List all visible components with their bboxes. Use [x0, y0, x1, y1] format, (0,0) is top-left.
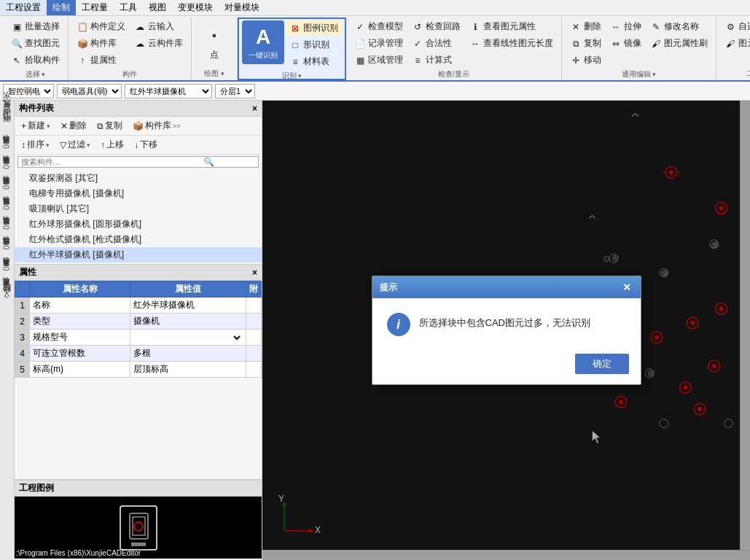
panel-btn-comp-lib[interactable]: 📦 构件库 >> [129, 118, 184, 133]
ribbon-btn-extract-prop[interactable]: ↑ 提属性 [73, 52, 129, 68]
props-cell-value-3[interactable] [130, 330, 246, 346]
ribbon-col-edit3: ✎ 修改名称 🖌 图元属性刷 [647, 19, 711, 51]
panel-btn-move-down[interactable]: ↓ 下移 [130, 137, 161, 152]
modal-close-btn[interactable]: ✕ [620, 281, 633, 294]
ribbon-btn-prop-brush2[interactable]: 🖌 图元属性刷 [721, 36, 750, 51]
panel-btn-sort[interactable]: ↕ 排序 ▾ [17, 137, 53, 152]
sidebar-item-wire-conduit-x[interactable]: 电线导管(弱)(X) [0, 194, 14, 213]
props-cell-value-1[interactable]: 红外半球摄像机 [130, 298, 246, 314]
props-close-btn[interactable]: × [252, 268, 257, 278]
ribbon-btn-view-length[interactable]: ↔ 查看线性图元长度 [466, 36, 557, 51]
ribbon-btn-comp-def[interactable]: 📋 构件定义 [73, 19, 129, 34]
ribbon-btn-cloud-lib[interactable]: ☁ 云构件库 [130, 36, 187, 51]
comp-search-input[interactable] [18, 157, 200, 167]
sidebar-item-water[interactable]: 水 [0, 104, 14, 109]
new-icon: + [21, 121, 26, 131]
props-cell-name-5: 标高(m) [30, 362, 130, 378]
sidebar-item-composite[interactable]: 综合管线(弱)(Z) [0, 234, 14, 253]
record-mgmt-icon: 📄 [354, 38, 366, 50]
copy-icon2: ⧉ [97, 121, 103, 131]
toolbar-select-component[interactable]: 红外半球摄像机 [125, 84, 212, 98]
ribbon-btn-batch-select[interactable]: ▣ 批量选择 [7, 19, 63, 34]
sidebar-item-bridge[interactable]: 桥架通头(弱)(R) [0, 254, 14, 274]
toolbar-select-layer[interactable]: 分层1 [215, 84, 255, 98]
sidebar-item-gas[interactable]: 天然气 [0, 111, 14, 117]
comp-item-1[interactable]: 电梯专用摄像机 [摄像机] [15, 186, 262, 201]
canvas-area[interactable]: ⊕ ⊕ ⊕ [262, 101, 750, 560]
panel-btn-copy[interactable]: ⧉ 复制 [93, 118, 126, 133]
menu-item-engineering[interactable]: 工程量 [76, 0, 114, 15]
menu-item-view[interactable]: 视图 [143, 0, 172, 15]
ribbon-btn-rename[interactable]: ✎ 修改名称 [647, 19, 711, 34]
ribbon-btn-prop-brush[interactable]: 🖌 图元属性刷 [647, 36, 711, 51]
panel-btn-filter[interactable]: ▽ 过滤 ▾ [56, 137, 94, 152]
rename-icon: ✎ [650, 21, 662, 33]
menu-item-draw[interactable]: 绘制 [47, 0, 76, 15]
ribbon-btn-adaptive[interactable]: ⚙ 自适应属性 [721, 19, 750, 34]
comp-item-2[interactable]: 吸顶喇叭 [其它] [15, 201, 262, 217]
panel-btn-new[interactable]: + 新建 ▾ [17, 118, 54, 133]
menu-item-settings[interactable]: 工程设置 [0, 0, 47, 15]
comp-item-3[interactable]: 红外球形摄像机 [圆形摄像机] [15, 217, 262, 232]
comp-lib-arrow: >> [173, 122, 181, 130]
props-cell-name-4: 可连立管根数 [30, 346, 130, 362]
sidebar-item-structure[interactable]: 结构 [0, 295, 14, 301]
sidebar-item-weak-device[interactable]: 弱电器具(弱)(Y) [0, 133, 14, 152]
toolbar-select-system[interactable]: 智控弱电 [3, 84, 54, 98]
ribbon-btn-mirror[interactable]: ⇔ 镜像 [606, 36, 645, 51]
ribbon-btn-copy[interactable]: ⧉ 复制 [566, 36, 605, 51]
props-cell-value-4[interactable]: 多根 [130, 346, 246, 362]
props-cell-value-5[interactable]: 层顶标高 [130, 362, 246, 378]
comp-item-0[interactable]: 双鉴探测器 [其它] [15, 171, 262, 186]
ribbon-btn-area-mgmt[interactable]: ▦ 区域管理 [351, 52, 407, 68]
comp-lib-icon2: 📦 [133, 121, 144, 131]
sidebar-item-wire-conduit-l[interactable]: 电线导管(弱)(L) [0, 214, 14, 233]
ribbon-btn-point[interactable]: · 点 [196, 19, 233, 65]
sidebar-item-weak-cabinet[interactable]: 弱电箱柜(弱)(P) [0, 174, 14, 192]
sidebar-item-misc[interactable]: 零星构件(弱)(K) [0, 275, 14, 294]
ribbon-btn-check-model[interactable]: ✓ 检查模型 [351, 19, 407, 34]
panel-btn-move-up[interactable]: ↑ 上移 [97, 137, 128, 152]
menu-item-tools[interactable]: 工具 [114, 0, 143, 15]
sidebar-item-weak[interactable]: 弱电 [0, 125, 14, 131]
panel-btn-delete[interactable]: ✕ 删除 [57, 118, 90, 133]
ribbon-btn-legality[interactable]: ✓ 合法性 [408, 36, 464, 51]
ribbon-btn-legend-recognize[interactable]: ⊠ 图例识别 [286, 20, 342, 36]
modal-ok-button[interactable]: 确定 [575, 354, 629, 374]
ribbon-btn-calc[interactable]: ≡ 计算式 [408, 52, 464, 68]
ribbon-buttons-draw: · 点 [196, 19, 233, 67]
ribbon-btn-move[interactable]: ✛ 移动 [566, 52, 605, 68]
ribbon-btn-stretch[interactable]: ↔ 拉伸 [606, 19, 645, 34]
menu-item-quantity[interactable]: 对量模块 [219, 0, 265, 15]
sidebar-item-weak-equip[interactable]: 弱电设备(弱)(S) [0, 153, 14, 172]
props-select-spec[interactable] [133, 332, 243, 343]
ribbon-btn-one-click[interactable]: A 一键识别 [242, 20, 284, 64]
toolbar-select-type[interactable]: 弱电器具(弱) [57, 84, 122, 98]
ribbon-btn-comp-lib[interactable]: 📦 构件库 [73, 36, 129, 51]
area-mgmt-icon: ▦ [354, 55, 366, 66]
comp-search-box: 🔍 [17, 156, 259, 168]
props-cell-value-2[interactable]: 摄像机 [130, 314, 246, 330]
ribbon-group-edit: ✕ 删除 ⧉ 复制 ✛ 移动 ↔ 拉伸 ⇔ 镜像 [562, 18, 716, 80]
search-icon: 🔍 [200, 157, 217, 167]
comp-list-close-btn[interactable]: × [252, 104, 257, 114]
check-model-icon: ✓ [354, 21, 366, 33]
comp-item-4[interactable]: 红外枪式摄像机 [枪式摄像机] [15, 232, 262, 247]
ribbon-btn-view-props[interactable]: ℹ 查看图元属性 [466, 19, 557, 34]
ribbon-btn-material-table[interactable]: ≡ 材料表 [286, 54, 342, 69]
sidebar-item-y[interactable]: 义 [0, 303, 14, 308]
props-header-num [15, 281, 30, 298]
ribbon-btn-pick-component[interactable]: ↖ 拾取构件 [7, 52, 63, 68]
legality-icon: ✓ [412, 38, 423, 50]
sidebar-item-ac[interactable]: 空调 [0, 118, 14, 124]
props-row-2: 2 类型 摄像机 [15, 314, 262, 330]
ribbon-btn-find-element[interactable]: 🔍 查找图元 [7, 36, 63, 51]
ribbon-btn-shape-recognize[interactable]: □ 形识别 [286, 37, 342, 52]
comp-item-5[interactable]: 红外半球摄像机 [摄像机] [15, 247, 262, 262]
batch-select-icon: ▣ [11, 21, 23, 33]
ribbon-btn-cloud-input[interactable]: ☁ 云输入 [130, 19, 187, 34]
ribbon-btn-delete[interactable]: ✕ 删除 [566, 19, 605, 34]
menu-item-change[interactable]: 变更模块 [172, 0, 219, 15]
ribbon-btn-record-mgmt[interactable]: 📄 记录管理 [351, 36, 407, 51]
ribbon-btn-check-circuit[interactable]: ↺ 检查回路 [408, 19, 464, 34]
